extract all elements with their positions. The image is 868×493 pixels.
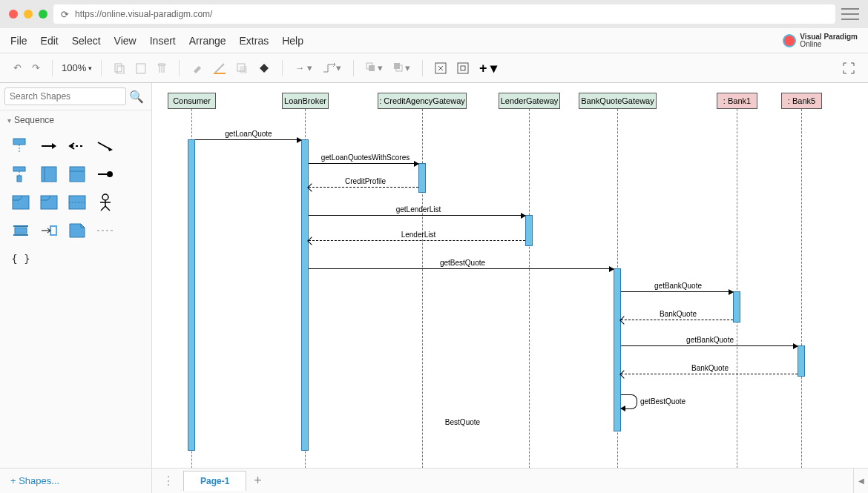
svg-rect-2	[137, 64, 145, 73]
close-window-icon[interactable]	[9, 10, 18, 19]
palette-activation-icon[interactable]	[9, 162, 33, 186]
fit-page-icon[interactable]	[432, 61, 450, 76]
toback-icon[interactable]: ▾	[390, 61, 413, 76]
add-page-button[interactable]: +	[254, 473, 262, 489]
palette-return-icon[interactable]	[65, 134, 89, 158]
msg-arrow[interactable]	[195, 139, 301, 140]
menu-insert[interactable]: Insert	[150, 35, 176, 47]
maximize-window-icon[interactable]	[39, 10, 47, 19]
msg-label[interactable]: BankQuote	[622, 310, 734, 318]
browser-menu-icon[interactable]	[841, 7, 859, 21]
menu-select[interactable]: Select	[72, 35, 101, 47]
menu-edit[interactable]: Edit	[41, 35, 59, 47]
drag-handle-icon[interactable]: ⋮	[158, 474, 179, 488]
palette-message-icon[interactable]	[37, 134, 61, 158]
brand-logo[interactable]: Visual Paradigm Online	[783, 33, 858, 48]
msg-arrow[interactable]	[309, 187, 418, 188]
palette-constraint-icon[interactable]: { }	[9, 247, 33, 271]
menu-arrange[interactable]: Arrange	[189, 35, 226, 47]
separator	[282, 60, 283, 76]
menu-extras[interactable]: Extras	[240, 35, 269, 47]
palette-actor-icon[interactable]	[93, 191, 117, 214]
lifeline-lender[interactable]: LenderGateway	[499, 93, 560, 109]
activation-bank1[interactable]	[733, 291, 740, 322]
activation-lender[interactable]	[525, 215, 533, 246]
reload-icon[interactable]: ⟳	[61, 9, 69, 20]
delete-icon[interactable]	[154, 61, 170, 76]
palette-frame2-icon[interactable]	[65, 162, 89, 186]
activation-consumer[interactable]	[188, 139, 195, 451]
address-bar[interactable]: ⟳ https://online.visual-paradigm.com/	[53, 4, 835, 24]
msg-arrow[interactable]	[309, 268, 614, 269]
msg-label[interactable]: BestQuote	[312, 418, 614, 426]
palette-opt-icon[interactable]	[37, 191, 61, 214]
msg-label[interactable]: LenderList	[312, 231, 525, 239]
palette-note-icon[interactable]	[65, 219, 89, 242]
menu-file[interactable]: File	[10, 35, 27, 47]
msg-arrow[interactable]	[309, 240, 525, 241]
palette-concurrent-icon[interactable]	[9, 219, 33, 242]
fullscreen-icon[interactable]	[840, 61, 858, 76]
msg-label[interactable]: getLenderList	[312, 205, 525, 214]
svg-rect-18	[13, 167, 25, 171]
menu-view[interactable]: View	[114, 35, 137, 47]
msg-label[interactable]: getBankQuote	[622, 336, 798, 344]
msg-label[interactable]: CreditProfile	[312, 177, 419, 185]
line-color-icon[interactable]	[211, 61, 228, 76]
msg-label[interactable]: getLoanQuotesWithScores	[312, 153, 419, 162]
msg-arrow[interactable]	[309, 163, 418, 164]
msg-arrow[interactable]	[621, 345, 798, 346]
brand-badge-icon	[783, 34, 796, 47]
collapse-right-panel-icon[interactable]: ◀	[853, 469, 868, 493]
tofront-icon[interactable]: ▾	[363, 61, 386, 76]
shadow-icon[interactable]	[233, 61, 251, 76]
lifeline-loanbroker[interactable]: LoanBroker	[282, 93, 329, 109]
palette-gate-icon[interactable]	[37, 219, 61, 242]
palette-found-icon[interactable]	[93, 134, 117, 158]
lifeline-dash	[737, 109, 737, 468]
msg-label[interactable]: getBankQuote	[622, 282, 734, 290]
activation-bank5[interactable]	[798, 345, 805, 377]
msg-arrow[interactable]	[309, 215, 525, 216]
msg-arrow[interactable]	[621, 374, 798, 374]
tab-page-1[interactable]: Page-1	[183, 471, 246, 491]
msg-label[interactable]: getBestQuote	[312, 259, 614, 267]
connection-icon[interactable]: → ▾	[292, 61, 315, 75]
copy-icon[interactable]	[111, 61, 128, 76]
msg-arrow[interactable]	[621, 291, 733, 292]
lifeline-bankquote[interactable]: BankQuoteGateway	[579, 93, 657, 109]
palette-endpoint-icon[interactable]	[93, 162, 117, 186]
more-shapes-button[interactable]: + Shapes...	[0, 475, 59, 486]
menu-help[interactable]: Help	[282, 35, 303, 47]
zoom-select[interactable]: 100% ▾	[62, 62, 92, 73]
svg-rect-12	[461, 66, 465, 70]
msg-label[interactable]: getLoanQuote	[197, 130, 300, 138]
lifeline-bank5[interactable]: : Bank5	[781, 93, 822, 109]
search-icon[interactable]: 🔍	[129, 90, 144, 104]
msg-self-call[interactable]	[621, 394, 637, 409]
palette-continuation-icon[interactable]	[93, 219, 117, 242]
waypoints-icon[interactable]: ▾	[320, 61, 344, 75]
lifeline-credit[interactable]: : CreditAgencyGateway	[378, 93, 467, 109]
msg-label[interactable]: BankQuote	[622, 364, 798, 372]
fit-window-icon[interactable]	[454, 61, 472, 76]
category-header-sequence[interactable]: Sequence	[0, 110, 151, 130]
canvas[interactable]: Consumer LoanBroker : CreditAgencyGatewa…	[152, 83, 868, 468]
style-icon[interactable]	[255, 61, 273, 76]
undo-icon[interactable]: ↶	[10, 61, 24, 75]
paste-icon[interactable]	[133, 61, 149, 76]
msg-arrow[interactable]	[621, 320, 733, 320]
redo-icon[interactable]: ↷	[29, 61, 43, 75]
lifeline-consumer[interactable]: Consumer	[168, 93, 216, 109]
fill-color-icon[interactable]	[188, 61, 206, 76]
palette-frame1-icon[interactable]	[37, 162, 61, 186]
palette-ref-icon[interactable]	[9, 191, 33, 214]
msg-label[interactable]: getBestQuote	[640, 397, 700, 406]
search-input[interactable]	[4, 87, 126, 105]
palette-alt-icon[interactable]	[65, 191, 89, 214]
activation-credit[interactable]	[418, 163, 426, 193]
insert-icon[interactable]: + ▾	[476, 59, 501, 78]
lifeline-bank1[interactable]: : Bank1	[717, 93, 757, 109]
palette-lifeline-icon[interactable]	[9, 134, 33, 158]
minimize-window-icon[interactable]	[24, 10, 33, 19]
